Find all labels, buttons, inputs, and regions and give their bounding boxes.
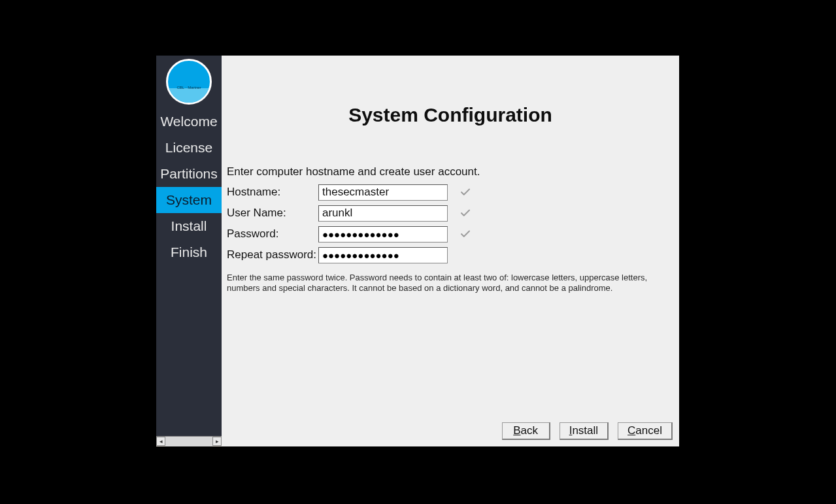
repeat-password-label: Repeat password:	[227, 248, 318, 261]
repeat-password-row: Repeat password: ●●●●●●●●●●●●●	[227, 246, 674, 263]
cancel-button[interactable]: Cancel	[618, 422, 673, 440]
sidebar-item-system[interactable]: System	[156, 187, 222, 213]
password-label: Password:	[227, 227, 318, 241]
back-button[interactable]: Back	[502, 422, 550, 440]
logo-text: CBL - Mariner	[168, 86, 210, 90]
password-hint: Enter the same password twice. Password …	[227, 273, 671, 294]
sidebar-scrollbar[interactable]: ◂ ▸	[156, 436, 222, 446]
main-panel: System Configuration Enter computer host…	[222, 56, 679, 446]
password-input[interactable]: ●●●●●●●●●●●●●	[318, 226, 448, 243]
hostname-input[interactable]	[318, 184, 448, 201]
username-label: User Name:	[227, 207, 318, 220]
instruction-text: Enter computer hostname and create user …	[227, 165, 674, 178]
hostname-row: Hostname:	[227, 184, 674, 201]
hostname-label: Hostname:	[227, 186, 318, 199]
install-button[interactable]: Install	[560, 422, 609, 440]
sidebar-item-partitions[interactable]: Partitions	[156, 161, 222, 187]
sidebar-item-install[interactable]: Install	[156, 213, 222, 239]
scroll-left-icon[interactable]: ◂	[156, 437, 165, 446]
sidebar: CBL - Mariner Welcome License Partitions…	[156, 56, 222, 436]
button-bar: Back Install Cancel	[502, 422, 673, 440]
page-title: System Configuration	[227, 104, 674, 126]
installer-window: CBL - Mariner Welcome License Partitions…	[156, 56, 679, 446]
check-icon	[460, 207, 471, 219]
scroll-track[interactable]	[165, 437, 212, 446]
check-icon	[460, 228, 471, 240]
repeat-password-input[interactable]: ●●●●●●●●●●●●●	[318, 247, 448, 263]
username-input[interactable]	[318, 205, 448, 222]
logo: CBL - Mariner	[166, 59, 212, 105]
sidebar-item-welcome[interactable]: Welcome	[156, 109, 222, 135]
check-icon	[460, 186, 471, 198]
password-row: Password: ●●●●●●●●●●●●●	[227, 226, 674, 243]
scroll-right-icon[interactable]: ▸	[212, 437, 222, 446]
sidebar-item-finish[interactable]: Finish	[156, 239, 222, 265]
username-row: User Name:	[227, 205, 674, 222]
sidebar-item-license[interactable]: License	[156, 135, 222, 161]
